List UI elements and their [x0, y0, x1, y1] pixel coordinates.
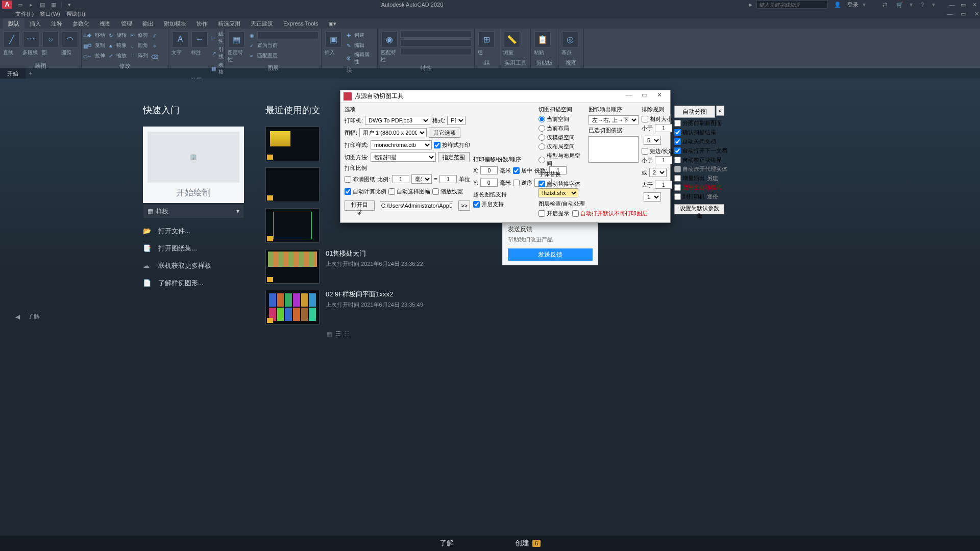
mdi-max-icon[interactable]: ▭ — [960, 10, 967, 17]
fillet-icon[interactable]: ◟ — [128, 41, 136, 49]
qat-new-icon[interactable]: ▭ — [16, 1, 24, 9]
minimize-icon[interactable]: — — [948, 1, 955, 8]
dlg-maximize-icon[interactable]: ▭ — [636, 91, 652, 102]
layer-props-icon[interactable]: ▤ — [228, 31, 244, 47]
circle-icon[interactable]: ○ — [42, 31, 59, 47]
search-input[interactable] — [756, 1, 828, 9]
move-icon[interactable]: ✥ — [85, 31, 93, 39]
cart-icon[interactable]: 🛒 — [896, 1, 904, 9]
lt1-input[interactable] — [655, 124, 672, 132]
lineweight-combo[interactable] — [400, 39, 472, 46]
printstyle-select[interactable]: monochrome.ctb — [371, 140, 432, 149]
layer-auto-checkbox[interactable] — [572, 210, 579, 217]
arc-icon[interactable]: ◠ — [62, 31, 78, 47]
panel-util[interactable]: 实用工具 — [503, 58, 527, 68]
gt-sel[interactable]: 1 — [644, 192, 661, 202]
font-select[interactable]: !hztxt.shx — [538, 188, 578, 197]
panel-view[interactable]: 视图 — [561, 58, 580, 68]
panel-clip[interactable]: 剪贴板 — [534, 58, 555, 68]
exchange-icon[interactable]: ⇄ — [880, 1, 889, 9]
rotate-icon[interactable]: ↻ — [107, 31, 115, 39]
app-logo[interactable]: A — [2, 1, 12, 9]
group-icon[interactable]: ⊞ — [478, 31, 495, 47]
tab-manage[interactable]: 管理 — [116, 18, 137, 29]
mdi-min-icon[interactable]: — — [946, 10, 953, 17]
tab-tangent[interactable]: 天正建筑 — [246, 18, 278, 29]
view-list-icon[interactable]: ☰ — [335, 331, 341, 338]
start-drawing-card[interactable]: 🏢 开始绘制 — [143, 127, 244, 203]
scale-icon[interactable]: ⤢ — [107, 52, 115, 60]
send-feedback-button[interactable]: 发送反馈 — [508, 248, 593, 261]
light-icon[interactable]: ◉ — [248, 31, 256, 39]
linear-icon[interactable]: ⊢ — [211, 34, 217, 42]
view-detail-icon[interactable]: ☷ — [344, 331, 350, 338]
long-support-checkbox[interactable] — [473, 201, 480, 208]
opt-g-checkbox[interactable] — [674, 175, 681, 182]
lt1-sel[interactable]: 5 — [644, 136, 661, 145]
linetype-combo[interactable] — [400, 48, 472, 55]
shrink-lw-checkbox[interactable] — [432, 188, 439, 195]
relative-checkbox[interactable] — [642, 116, 648, 122]
measure-icon[interactable]: 📏 — [504, 31, 520, 47]
panel-layer[interactable]: 图层 — [228, 63, 318, 73]
match-props-icon[interactable]: ◉ — [381, 31, 398, 47]
paste-icon[interactable]: 📋 — [534, 31, 551, 47]
restore-icon[interactable]: ▭ — [960, 1, 967, 8]
panel-group[interactable]: 组 — [478, 58, 497, 68]
ribbon-collapse-icon[interactable]: ▣▾ — [323, 19, 341, 29]
tab-view[interactable]: 视图 — [94, 18, 116, 29]
qat-open-icon[interactable]: ▸ — [27, 1, 35, 9]
insert-icon[interactable]: ▣ — [325, 31, 341, 47]
block-edit-icon[interactable]: ✎ — [345, 41, 353, 49]
copy-icon[interactable]: ⧉ — [85, 41, 93, 49]
lt2-input[interactable] — [655, 156, 672, 164]
tab-output[interactable]: 输出 — [137, 18, 159, 29]
doc-tab-start[interactable]: 开始 — [0, 68, 26, 79]
offset-y[interactable] — [480, 179, 498, 187]
scale-n1[interactable] — [392, 175, 409, 183]
signin-icon[interactable]: 👤 — [834, 1, 842, 9]
center-checkbox[interactable] — [513, 167, 520, 174]
close-icon[interactable]: ✕ — [971, 1, 978, 8]
new-tab-icon[interactable]: + — [26, 70, 36, 77]
matchlayer-icon[interactable]: ≈ — [248, 52, 256, 60]
mdi-close-icon[interactable]: ✕ — [973, 10, 980, 17]
scale-n2[interactable] — [439, 175, 457, 183]
or-sel[interactable]: 2 — [649, 168, 667, 177]
tab-featured[interactable]: 精选应用 — [213, 18, 246, 29]
learn-label[interactable]: 了解 — [28, 312, 40, 321]
tab-addin[interactable]: 附加模块 — [159, 18, 191, 29]
open-dir-button[interactable]: 打开目录 — [345, 201, 375, 211]
unit-select[interactable]: 毫米 — [411, 174, 432, 184]
template-dropdown[interactable]: ▦ 样板 ▾ — [143, 204, 244, 218]
base-icon[interactable]: ◎ — [562, 31, 578, 47]
online-templates-link[interactable]: ☁联机获取更多样板 — [143, 261, 245, 270]
reverse-checkbox[interactable] — [513, 180, 520, 186]
login-label[interactable]: 登录 — [847, 1, 859, 9]
output-order-select[interactable]: 左→右, 上→下 — [589, 115, 639, 124]
panel-props[interactable]: 特性 — [381, 63, 471, 73]
auto-font-checkbox[interactable] — [538, 181, 545, 187]
text-icon[interactable]: A — [172, 31, 188, 47]
dlg-minimize-icon[interactable]: — — [621, 91, 636, 102]
layer-combo[interactable] — [257, 31, 318, 39]
sample-dwg-link[interactable]: 📄了解样例图形... — [143, 279, 245, 288]
erase-icon[interactable]: ⌫ — [151, 53, 159, 61]
table-icon[interactable]: ▦ — [211, 64, 217, 72]
line-icon[interactable]: ╱ — [4, 31, 20, 47]
scan-layout-only[interactable] — [538, 143, 545, 150]
offset-x[interactable] — [480, 166, 498, 174]
dlg-close-icon[interactable]: ✕ — [652, 91, 667, 102]
tab-annotate[interactable]: 注释 — [46, 18, 67, 29]
setcurrent-icon[interactable]: ✓ — [248, 41, 256, 49]
bottom-learn[interactable]: 了解 — [439, 539, 454, 548]
help-icon[interactable]: ? — [918, 1, 926, 9]
method-select[interactable]: 智能扫描 — [371, 153, 436, 162]
other-options-button[interactable]: 其它选项 — [429, 128, 460, 138]
nav-prev-icon[interactable]: ◀ — [15, 313, 20, 320]
selected-listbox[interactable] — [589, 136, 639, 163]
open-sheetset-link[interactable]: 📑打开图纸集... — [143, 244, 245, 253]
specify-range-button[interactable]: 指定范围 — [438, 152, 470, 162]
gt-input[interactable] — [655, 181, 672, 189]
opt-e-checkbox[interactable] — [674, 157, 681, 163]
